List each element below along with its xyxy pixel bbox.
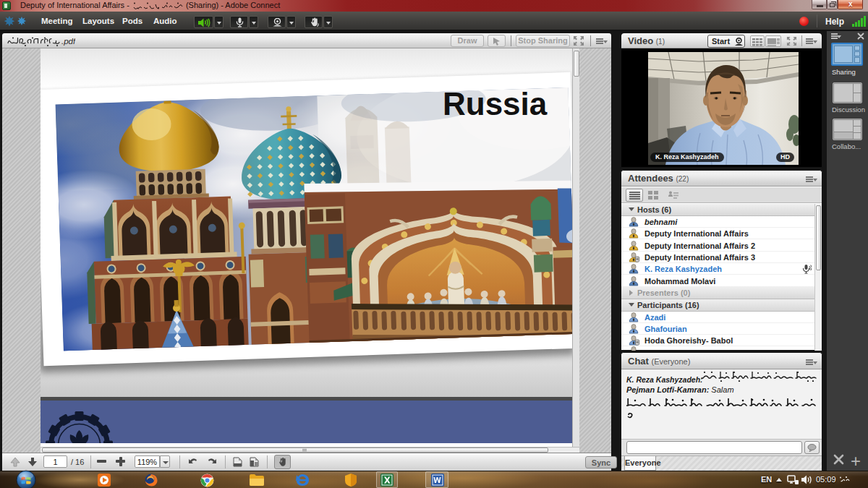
svg-text:.pdf: .pdf — [61, 37, 75, 46]
